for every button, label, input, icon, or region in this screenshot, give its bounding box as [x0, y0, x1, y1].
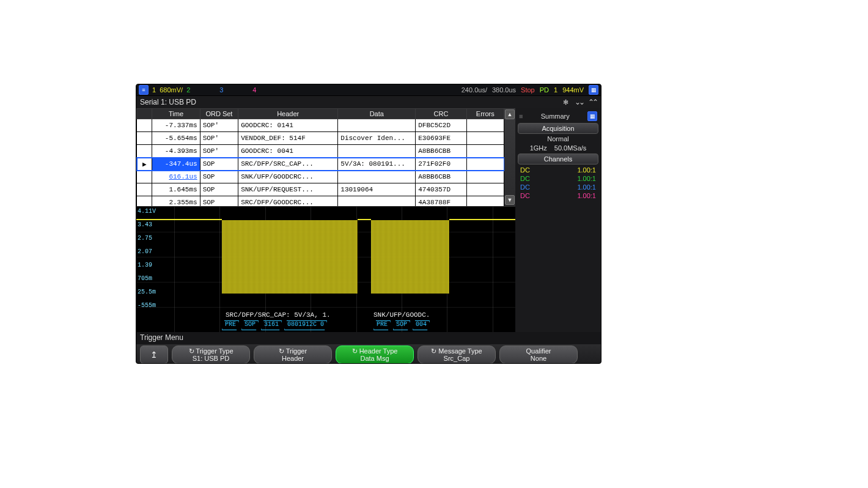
table-row[interactable]: -5.654msSOP'VENDOR_DEF: 514FDiscover Ide…	[137, 132, 504, 145]
y-axis-tick: 2.07	[138, 248, 152, 255]
waveform-display[interactable]: 4.11V3.432.752.071.39705m25.5m-555m SRC/…	[136, 206, 515, 332]
menu-icon[interactable]: ≡	[139, 85, 149, 95]
decode-strip-2: PRESOP004	[373, 321, 430, 330]
serial-title: Serial 1: USB PD	[140, 98, 196, 106]
col-arrow	[137, 109, 152, 119]
decode-hexagon: SOP	[393, 320, 410, 330]
pd-num: 1	[554, 86, 557, 94]
y-axis-tick: 705m	[138, 275, 152, 282]
table-row[interactable]: ▶-347.4usSOPSRC/DFP/SRC_CAP...5V/3A: 080…	[137, 158, 504, 171]
ch4-indicator[interactable]: 4	[252, 86, 282, 94]
softkey-trigger[interactable]: ↻ TriggerHeader	[254, 346, 332, 364]
col-ord[interactable]: ORD Set	[200, 109, 238, 119]
samplerate-readout: 50.0MSa/s	[554, 144, 587, 152]
bandwidth-readout: 1GHz	[530, 144, 547, 152]
decode-strip-1: PRESOP31610801912C 0	[222, 321, 327, 330]
delay-readout: 380.0us	[492, 86, 516, 94]
table-row[interactable]: 616.1usSOPSNK/UFP/GOODCRC...A8BB6CBB	[137, 171, 504, 183]
scroll-down-icon[interactable]: ▼	[505, 195, 515, 205]
channel-row[interactable]: DC1.00:1	[518, 183, 598, 191]
ch3-indicator[interactable]: 3	[219, 86, 249, 94]
table-scrollbar[interactable]: ▲ ▼	[504, 108, 515, 206]
display-icon[interactable]: ▦	[589, 85, 598, 95]
summary-title: Summary	[525, 113, 585, 120]
channel-row[interactable]: DC1.00:1	[518, 166, 598, 174]
trigger-level-readout: 944mV	[562, 86, 584, 94]
y-axis-tick: -555m	[138, 302, 156, 309]
col-errors[interactable]: Errors	[466, 109, 504, 119]
table-row[interactable]: -7.337msSOP'GOODCRC: 0141DFBC5C2D	[137, 119, 504, 132]
packet-burst-2	[371, 220, 449, 294]
back-button[interactable]: ↥	[140, 346, 168, 364]
summary-panel: ≡ Summary ▦ Acquisition Normal 1GHz 50.0…	[515, 108, 601, 332]
acquisition-mode: Normal	[518, 135, 598, 142]
run-state[interactable]: Stop	[521, 86, 535, 94]
channels-button[interactable]: Channels	[518, 153, 598, 165]
decode-hexagon: SOP	[241, 320, 259, 330]
trigger-menu-title: Trigger Menu	[136, 332, 601, 344]
y-axis-tick: 4.11V	[138, 208, 156, 215]
y-axis-tick: 2.75	[138, 235, 152, 242]
channel-row[interactable]: DC1.00:1	[518, 174, 598, 183]
table-row[interactable]: 1.645msSOPSNK/UFP/REQUEST...130190644740…	[137, 183, 504, 196]
oscilloscope-window: ≡ 1 680mV/ 2 3 4 240.0us/ 380.0us Stop P…	[136, 84, 601, 364]
scroll-up-icon[interactable]: ▲	[505, 109, 515, 119]
softkey-bar: ↥ ↻ Trigger TypeS1: USB PD↻ TriggerHeade…	[136, 344, 601, 364]
channel-status-bar: ≡ 1 680mV/ 2 3 4 240.0us/ 380.0us Stop P…	[136, 84, 601, 96]
ch1-indicator[interactable]: 1 680mV/	[152, 86, 183, 94]
ch2-indicator[interactable]: 2	[186, 86, 216, 94]
y-axis-tick: 3.43	[138, 221, 152, 228]
pd-label: PD	[540, 86, 549, 94]
col-time[interactable]: Time	[152, 109, 200, 119]
decode-hexagon: 0801912C 0	[284, 320, 327, 330]
y-axis-tick: 1.39	[138, 262, 152, 268]
softkey-trigger-type[interactable]: ↻ Trigger TypeS1: USB PD	[172, 346, 250, 364]
y-axis-tick: 25.5m	[138, 289, 156, 295]
softkey-message-type[interactable]: ↻ Message TypeSrc_Cap	[417, 346, 496, 364]
table-row[interactable]: -4.393msSOP'GOODCRC: 0041A8BB6CBB	[137, 145, 504, 158]
channel-row[interactable]: DC1.00:1	[518, 191, 598, 200]
decode-table: Time ORD Set Header Data CRC Errors -7.3…	[136, 108, 504, 209]
acquisition-button[interactable]: Acquisition	[518, 123, 598, 134]
decode-hexagon: 004	[413, 320, 430, 330]
decode-table-pane: Time ORD Set Header Data CRC Errors -7.3…	[136, 108, 515, 206]
collapse-icon[interactable]: ⌄⌄	[574, 97, 584, 107]
col-data[interactable]: Data	[338, 109, 416, 119]
timebase-readout: 240.0us/	[462, 86, 487, 94]
expand-icon[interactable]: ⌃⌃	[587, 97, 597, 107]
packet-burst-1	[222, 220, 358, 294]
col-header[interactable]: Header	[238, 109, 338, 119]
decode-hexagon: 3161	[261, 320, 282, 330]
summary-grid-icon[interactable]: ▦	[587, 111, 597, 121]
packet-label-1: SRC/DFP/SRC_CAP: 5V/3A, 1.	[226, 311, 331, 319]
decode-hexagon: PRE	[373, 320, 391, 330]
serial-decode-title-bar: Serial 1: USB PD ✻ ⌄⌄ ⌃⌃	[136, 96, 601, 108]
gear-icon[interactable]: ✻	[561, 97, 570, 107]
col-crc[interactable]: CRC	[416, 109, 466, 119]
packet-label-2: SNK/UFP/GOODC.	[373, 311, 430, 319]
softkey-qualifier[interactable]: QualifierNone	[499, 346, 578, 364]
softkey-header-type[interactable]: ↻ Header TypeData Msg	[336, 346, 414, 364]
decode-hexagon: PRE	[222, 320, 239, 330]
